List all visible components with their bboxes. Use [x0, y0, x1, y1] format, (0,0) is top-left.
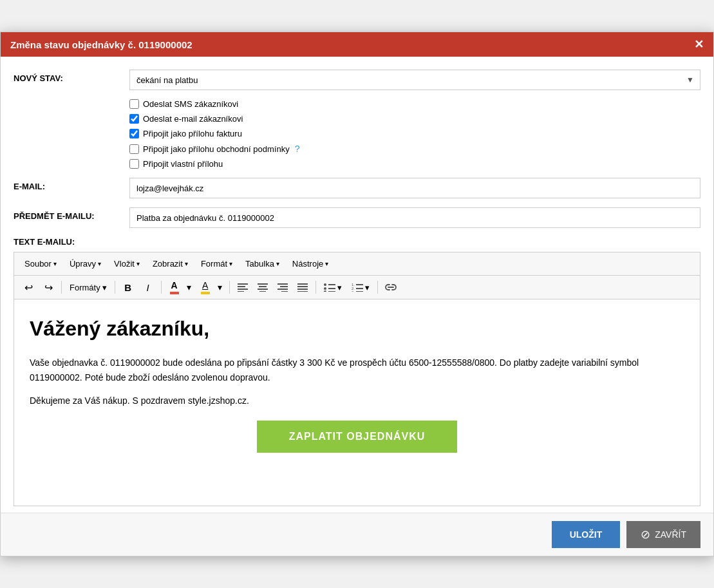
highlight-swatch	[201, 292, 210, 294]
checkbox-terms[interactable]	[129, 144, 139, 154]
editor-toolbar: ↩ ↪ Formáty ▾ B I A	[14, 276, 700, 299]
svg-point-16	[324, 283, 326, 286]
align-left-icon	[238, 283, 248, 292]
subject-label: PŘEDMĚT E-MAILU:	[14, 207, 129, 221]
link-icon	[385, 283, 397, 292]
editor-content[interactable]: Vážený zákazníku, Vaše objednavka č. 011…	[14, 299, 700, 506]
undo-button[interactable]: ↩	[19, 279, 37, 296]
toolbar-sep-5	[315, 281, 316, 294]
ordered-list-button[interactable]: 1.2.3. ▾	[348, 279, 373, 296]
email-input[interactable]	[129, 178, 700, 198]
menu-nastroje-label: Nástroje	[292, 259, 323, 269]
new-state-label: NOVÝ STAV:	[14, 70, 129, 83]
menu-tabulka[interactable]: Tabulka ▾	[240, 256, 285, 271]
align-left-button[interactable]	[234, 279, 252, 296]
pay-button[interactable]: ZAPLATIT OBJEDNÁVKU	[257, 421, 458, 453]
subject-field-wrapper	[129, 207, 700, 228]
checkbox-invoice[interactable]	[129, 129, 139, 138]
text-email-label: TEXT E-MAILU:	[14, 237, 700, 247]
bold-button[interactable]: B	[119, 279, 137, 296]
editor-paragraph-1: Vaše objednavka č. 0119000002 bude odesl…	[30, 356, 684, 384]
chevron-formats-icon: ▾	[102, 283, 107, 292]
toolbar-sep-1	[61, 281, 62, 294]
align-right-button[interactable]	[274, 279, 292, 296]
save-button[interactable]: ULOŽIT	[552, 521, 621, 548]
checkbox-terms-label: Připojit jako přílohu obchodní podmínky	[143, 144, 290, 154]
cancel-icon: ⊘	[641, 527, 650, 542]
subject-row: PŘEDMĚT E-MAILU:	[14, 207, 700, 228]
italic-button[interactable]: I	[139, 279, 157, 296]
chevron-upravy-icon: ▾	[98, 260, 101, 267]
menu-soubor[interactable]: Soubor ▾	[19, 256, 62, 271]
checkbox-terms-item: Připojit jako přílohu obchodní podmínky …	[129, 144, 700, 154]
formats-button[interactable]: Formáty ▾	[66, 279, 111, 296]
editor-menubar: Soubor ▾ Úpravy ▾ Vložit ▾ Zobrazit ▾ Fo…	[14, 252, 700, 276]
menu-upravy[interactable]: Úpravy ▾	[64, 256, 106, 271]
checkbox-attachment-item: Připojit vlastní přílohu	[129, 159, 700, 169]
highlight-button[interactable]: A	[196, 279, 214, 296]
email-label: E-MAIL:	[14, 178, 129, 191]
menu-soubor-label: Soubor	[24, 259, 52, 269]
align-justify-icon	[297, 283, 308, 292]
new-state-field: čekání na platbu odeslána vyřízena storn…	[129, 70, 700, 90]
dialog-window: Změna stavu objednávky č. 0119000002 ✕ N…	[0, 32, 714, 556]
new-state-select-wrapper: čekání na platbu odeslána vyřízena storn…	[129, 70, 700, 90]
toolbar-sep-4	[229, 281, 230, 294]
align-right-icon	[277, 283, 288, 292]
font-color-group: A ▾	[165, 279, 194, 296]
checkbox-email-item: Odeslat e-mail zákazníkovi	[129, 114, 700, 124]
pay-button-wrapper: ZAPLATIT OBJEDNÁVKU	[30, 421, 684, 453]
align-center-button[interactable]	[254, 279, 272, 296]
checkbox-sms[interactable]	[129, 99, 139, 109]
formats-label: Formáty	[70, 283, 100, 292]
list-ol-icon: 1.2.3.	[352, 283, 363, 292]
svg-point-18	[324, 287, 326, 290]
dialog-title: Změna stavu objednávky č. 0119000002	[10, 39, 193, 50]
subject-input[interactable]	[129, 207, 700, 228]
align-justify-button[interactable]	[294, 279, 312, 296]
checkbox-sms-item: Odeslat SMS zákazníkovi	[129, 99, 700, 109]
list-ol-arrow: ▾	[365, 283, 370, 292]
checkboxes-label	[14, 99, 129, 103]
new-state-select[interactable]: čekání na platbu odeslána vyřízena storn…	[129, 70, 700, 90]
svg-text:3.: 3.	[352, 290, 355, 292]
align-center-icon	[258, 283, 268, 292]
new-state-row: NOVÝ STAV: čekání na platbu odeslána vyř…	[14, 70, 700, 90]
menu-format[interactable]: Formát ▾	[196, 256, 238, 271]
highlight-color-group: A ▾	[196, 279, 225, 296]
menu-nastroje[interactable]: Nástroje ▾	[287, 256, 334, 271]
font-color-icon: A	[170, 280, 179, 294]
checkbox-attachment-label: Připojit vlastní přílohu	[143, 159, 223, 169]
menu-zobrazit[interactable]: Zobrazit ▾	[147, 256, 193, 271]
close-button[interactable]: ✕	[694, 39, 704, 50]
menu-vlozit-label: Vložit	[114, 259, 135, 269]
checkboxes-row: Odeslat SMS zákazníkovi Odeslat e-mail z…	[14, 99, 700, 169]
menu-tabulka-label: Tabulka	[245, 259, 274, 269]
checkbox-email[interactable]	[129, 114, 139, 124]
checkboxes-group: Odeslat SMS zákazníkovi Odeslat e-mail z…	[129, 99, 700, 169]
cancel-button[interactable]: ⊘ ZAVŘÍT	[626, 521, 700, 548]
link-button[interactable]	[382, 279, 400, 296]
font-color-swatch	[170, 292, 179, 294]
cancel-label: ZAVŘÍT	[655, 529, 686, 540]
dialog-body: NOVÝ STAV: čekání na platbu odeslána vyř…	[1, 57, 713, 513]
menu-format-label: Formát	[201, 259, 227, 269]
unordered-list-button[interactable]: ▾	[320, 279, 346, 296]
chevron-zobrazit-icon: ▾	[185, 260, 188, 267]
editor-container: Soubor ▾ Úpravy ▾ Vložit ▾ Zobrazit ▾ Fo…	[14, 252, 700, 506]
font-color-dropdown[interactable]: ▾	[184, 279, 194, 296]
toolbar-sep-6	[377, 281, 378, 294]
toolbar-sep-3	[161, 281, 162, 294]
menu-vlozit[interactable]: Vložit ▾	[109, 256, 145, 271]
list-ul-icon	[324, 283, 335, 292]
editor-heading: Vážený zákazníku,	[30, 312, 684, 345]
checkbox-attachment[interactable]	[129, 159, 139, 169]
chevron-format-icon: ▾	[229, 260, 232, 267]
font-color-button[interactable]: A	[165, 279, 183, 296]
toolbar-sep-2	[115, 281, 115, 294]
editor-paragraph-2: Děkujeme za Váš nákup. S pozdravem style…	[30, 394, 684, 408]
dialog-footer: ULOŽIT ⊘ ZAVŘÍT	[1, 513, 713, 556]
checkbox-invoice-label: Připojit jako přílohu fakturu	[143, 129, 242, 138]
redo-button[interactable]: ↪	[39, 279, 57, 296]
highlight-dropdown[interactable]: ▾	[215, 279, 225, 296]
